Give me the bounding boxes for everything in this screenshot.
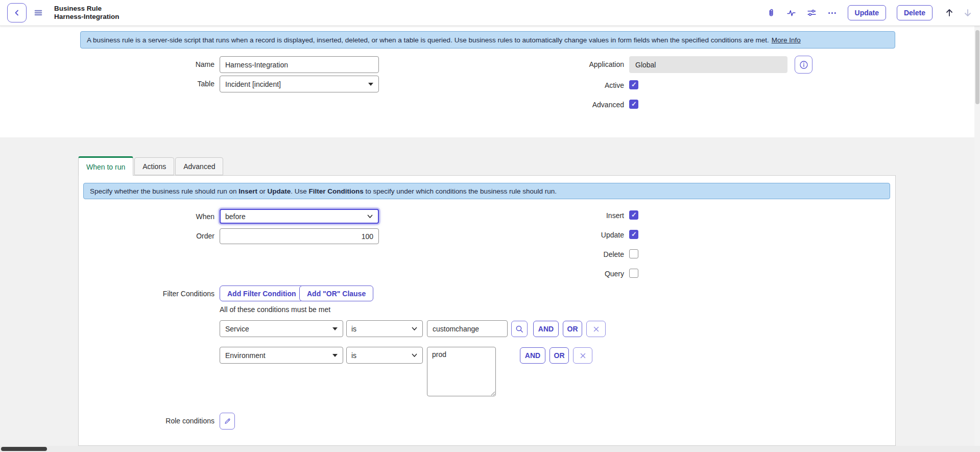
add-or-clause-button[interactable]: Add "OR" Clause xyxy=(299,286,373,301)
update-checkbox[interactable] xyxy=(629,230,638,239)
tab-bar: When to run Actions Advanced xyxy=(78,156,224,176)
condition-2-value-textarea[interactable]: prod xyxy=(427,347,496,396)
caret-down-icon xyxy=(332,354,338,357)
chevron-left-icon xyxy=(13,9,21,17)
tab-when-to-run[interactable]: When to run xyxy=(78,156,133,176)
when-select-value: before xyxy=(225,212,246,221)
query-checkbox[interactable] xyxy=(629,269,638,278)
condition-2-or-button[interactable]: OR xyxy=(549,347,569,364)
application-field: Global xyxy=(629,56,787,73)
info-banner-text: A business rule is a server-side script … xyxy=(87,36,769,44)
table-label: Table xyxy=(71,80,214,88)
when-select[interactable]: before xyxy=(220,209,379,224)
condition-1-operator-value: is xyxy=(351,325,356,333)
business-rule-form-page: Business Rule Harness-Integration Update… xyxy=(0,0,980,452)
edit-role-conditions-button[interactable] xyxy=(220,413,235,430)
condition-2-operator-value: is xyxy=(351,351,356,360)
condition-1-value-input[interactable] xyxy=(427,320,508,337)
back-button[interactable] xyxy=(7,3,27,22)
condition-1-or-button[interactable]: OR xyxy=(563,321,582,337)
horizontal-scrollbar[interactable] xyxy=(0,446,980,452)
condition-1-delete-button[interactable] xyxy=(586,321,606,337)
condition-1-and-button[interactable]: AND xyxy=(533,321,559,337)
condition-2-operator-select[interactable]: is xyxy=(346,347,423,364)
order-input[interactable] xyxy=(220,228,379,244)
horizontal-scrollbar-thumb[interactable] xyxy=(1,447,47,451)
when-label: When xyxy=(71,212,214,221)
tab-actions[interactable]: Actions xyxy=(134,157,174,175)
condition-1-operator-select[interactable]: is xyxy=(346,320,423,337)
pencil-icon xyxy=(224,417,231,425)
search-icon xyxy=(515,325,524,334)
tab-advanced[interactable]: Advanced xyxy=(175,157,223,175)
form-header: Business Rule Harness-Integration Update… xyxy=(0,0,980,26)
name-input[interactable] xyxy=(220,56,379,73)
update-button[interactable]: Update xyxy=(848,5,886,20)
chevron-down-icon xyxy=(411,352,418,359)
delete-button[interactable]: Delete xyxy=(897,5,933,20)
table-select[interactable]: Incident [incident] xyxy=(220,76,379,92)
activity-icon[interactable] xyxy=(786,8,796,18)
info-banner: A business rule is a server-side script … xyxy=(80,31,895,49)
close-icon xyxy=(593,326,600,332)
active-checkbox[interactable] xyxy=(629,80,638,89)
advanced-checkbox[interactable] xyxy=(629,100,638,109)
delete-checkbox[interactable] xyxy=(629,249,638,258)
condition-1-search-button[interactable] xyxy=(511,321,528,337)
application-info-button[interactable] xyxy=(795,56,812,74)
active-label: Active xyxy=(495,81,624,89)
when-to-run-info-banner: Specify whether the business rule should… xyxy=(83,183,890,199)
delete-label: Delete xyxy=(495,250,624,258)
advanced-label: Advanced xyxy=(495,101,624,109)
add-filter-condition-button[interactable]: Add Filter Condition xyxy=(220,286,304,301)
info-icon xyxy=(799,60,808,69)
close-icon xyxy=(580,352,586,359)
vertical-scrollbar-thumb[interactable] xyxy=(975,30,979,104)
arrow-up-icon[interactable] xyxy=(944,8,954,18)
conditions-must-be-met-text: All of these conditions must be met xyxy=(220,305,330,314)
hamburger-icon[interactable] xyxy=(34,9,43,17)
chevron-down-icon xyxy=(367,213,373,220)
update-label: Update xyxy=(495,231,624,239)
role-conditions-label: Role conditions xyxy=(71,417,214,425)
caret-down-icon xyxy=(368,83,373,86)
condition-2-delete-button[interactable] xyxy=(573,347,592,364)
filter-conditions-label: Filter Conditions xyxy=(71,290,214,298)
condition-1-field-select[interactable]: Service xyxy=(220,320,343,337)
insert-checkbox[interactable] xyxy=(629,210,638,220)
condition-2-and-button[interactable]: AND xyxy=(520,347,545,364)
ellipsis-icon[interactable] xyxy=(827,8,837,18)
application-value: Global xyxy=(635,61,656,69)
when-banner-text: Specify whether the business rule should… xyxy=(90,187,557,195)
caret-down-icon xyxy=(332,327,338,330)
condition-2-field-value: Environment xyxy=(225,351,266,360)
sliders-icon[interactable] xyxy=(807,8,817,18)
order-label: Order xyxy=(71,232,214,240)
record-title: Harness-Integration xyxy=(54,13,119,21)
query-label: Query xyxy=(495,270,624,278)
condition-1-field-value: Service xyxy=(225,325,249,333)
page-title: Business Rule xyxy=(54,5,119,13)
paperclip-icon[interactable] xyxy=(766,8,776,18)
more-info-link[interactable]: More Info xyxy=(772,36,801,44)
insert-label: Insert xyxy=(495,211,624,220)
table-select-value: Incident [incident] xyxy=(225,80,281,88)
vertical-scrollbar[interactable] xyxy=(974,26,980,446)
application-label: Application xyxy=(495,60,624,68)
name-label: Name xyxy=(71,60,214,68)
arrow-down-icon[interactable] xyxy=(963,8,973,18)
condition-2-field-select[interactable]: Environment xyxy=(220,347,343,364)
chevron-down-icon xyxy=(411,325,418,332)
